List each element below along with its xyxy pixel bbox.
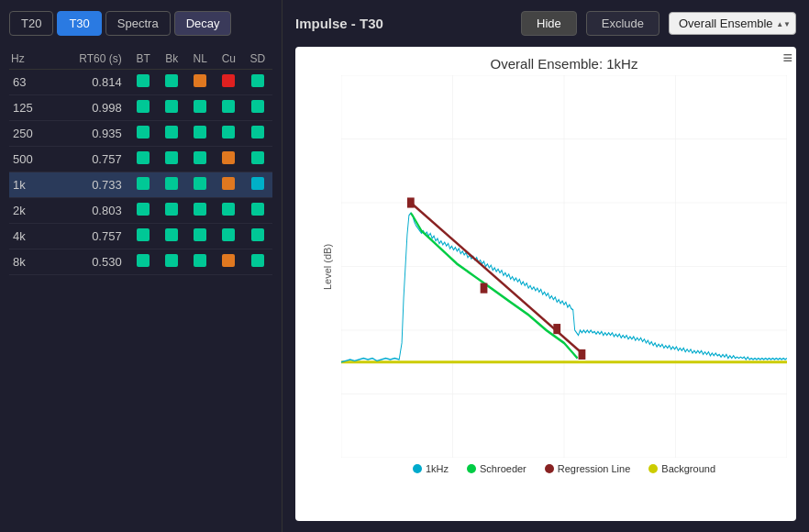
cell-hz: 250 <box>9 121 49 147</box>
svg-rect-28 <box>553 324 560 334</box>
cell-dot-2 <box>186 198 215 224</box>
cell-dot-4 <box>243 172 272 198</box>
dot-green-0 <box>137 100 150 113</box>
cell-dot-0 <box>129 147 158 172</box>
exclude-button[interactable]: Exclude <box>586 11 659 36</box>
table-row[interactable]: 1k0.733 <box>9 172 272 198</box>
dot-green-4 <box>251 100 264 113</box>
col-header-nl: NL <box>186 49 215 70</box>
dot-green-0 <box>137 126 150 139</box>
cell-rt60: 0.814 <box>49 70 129 95</box>
dot-green-0 <box>137 177 150 190</box>
cell-dot-3 <box>215 95 243 121</box>
dot-green-0 <box>137 74 150 87</box>
cell-rt60: 0.757 <box>49 224 129 249</box>
dot-green-4 <box>251 126 264 139</box>
cell-dot-3 <box>215 249 243 275</box>
dot-green-2 <box>194 254 206 267</box>
legend-label-schroeder: Schroeder <box>480 463 526 474</box>
cell-dot-2 <box>186 70 215 95</box>
dot-green-1 <box>165 228 178 241</box>
cell-rt60: 0.803 <box>49 198 129 224</box>
dot-green-4 <box>251 254 264 267</box>
cell-dot-4 <box>243 249 272 275</box>
cell-hz: 1k <box>9 172 49 198</box>
cell-dot-2 <box>186 121 215 147</box>
cell-hz: 4k <box>9 224 49 249</box>
cell-dot-3 <box>215 198 243 224</box>
col-header-hz: Hz <box>9 49 49 70</box>
left-panel: T20 T30 Spectra Decay Hz RT60 (s) BT Bk … <box>0 0 283 532</box>
tab-decay[interactable]: Decay <box>174 11 232 36</box>
dot-green-4 <box>251 151 264 164</box>
cell-dot-0 <box>129 249 158 275</box>
table-row[interactable]: 8k0.530 <box>9 249 272 275</box>
cell-dot-3 <box>215 172 243 198</box>
cell-dot-0 <box>129 172 158 198</box>
dot-green-2 <box>194 100 206 113</box>
col-header-bt: BT <box>129 49 158 70</box>
cell-dot-2 <box>186 172 215 198</box>
table-row[interactable]: 2k0.803 <box>9 198 272 224</box>
dot-green-4 <box>251 228 264 241</box>
cell-dot-0 <box>129 198 158 224</box>
table-row[interactable]: 630.814 <box>9 70 272 95</box>
cell-dot-3 <box>215 70 243 95</box>
legend-label-background: Background <box>661 463 715 474</box>
dot-green-1 <box>165 100 178 113</box>
tab-t20[interactable]: T20 <box>9 11 53 36</box>
col-header-rt60: RT60 (s) <box>49 49 129 70</box>
table-row[interactable]: 1250.998 <box>9 95 272 121</box>
table-row[interactable]: 5000.757 <box>9 147 272 172</box>
dot-green-2 <box>194 151 206 164</box>
cell-rt60: 0.935 <box>49 121 129 147</box>
legend-dot-regression <box>545 464 554 473</box>
dot-orange-3 <box>222 177 235 190</box>
dot-orange-3 <box>222 254 235 267</box>
y-axis-label: Level (dB) <box>322 243 333 289</box>
table-row[interactable]: 2500.935 <box>9 121 272 147</box>
svg-rect-26 <box>407 197 415 207</box>
cell-dot-2 <box>186 147 215 172</box>
cell-dot-0 <box>129 121 158 147</box>
dot-red-3 <box>222 74 235 87</box>
dot-orange-2 <box>194 74 206 87</box>
dot-green-3 <box>222 126 235 139</box>
ensemble-select-wrapper[interactable]: Overall Ensemble <box>669 12 796 35</box>
table-row[interactable]: 4k0.757 <box>9 224 272 249</box>
cell-dot-3 <box>215 147 243 172</box>
data-table: Hz RT60 (s) BT Bk NL Cu SD 630.8141250.9… <box>9 49 272 275</box>
hide-button[interactable]: Hide <box>521 11 577 36</box>
dot-green-0 <box>137 254 150 267</box>
dot-green-1 <box>165 151 178 164</box>
tab-t30[interactable]: T30 <box>57 11 101 36</box>
tab-spectra[interactable]: Spectra <box>105 11 171 36</box>
dot-green-2 <box>194 177 206 190</box>
cell-dot-2 <box>186 224 215 249</box>
svg-rect-27 <box>481 283 488 294</box>
cell-dot-2 <box>186 95 215 121</box>
dot-green-0 <box>137 228 150 241</box>
impulse-title: Impulse - T30 <box>295 16 512 31</box>
chart-menu-icon[interactable]: ≡ <box>782 49 792 68</box>
dot-green-0 <box>137 151 150 164</box>
cell-hz: 8k <box>9 249 49 275</box>
chart-area: Level (dB) 150 125 100 7 <box>341 75 787 458</box>
cell-hz: 2k <box>9 198 49 224</box>
dot-green-1 <box>165 203 178 216</box>
dot-green-2 <box>194 203 206 216</box>
cell-dot-4 <box>243 70 272 95</box>
cell-rt60: 0.733 <box>49 172 129 198</box>
ensemble-select[interactable]: Overall Ensemble <box>669 12 796 35</box>
cell-dot-1 <box>158 249 186 275</box>
dot-green-3 <box>222 203 235 216</box>
legend-dot-1khz <box>413 464 422 473</box>
cell-dot-4 <box>243 121 272 147</box>
right-panel: Impulse - T30 Hide Exclude Overall Ensem… <box>283 0 809 532</box>
dot-green-3 <box>222 100 235 113</box>
dot-green-0 <box>137 203 150 216</box>
cell-dot-4 <box>243 95 272 121</box>
dot-green-2 <box>194 126 206 139</box>
dot-green-1 <box>165 254 178 267</box>
cell-hz: 63 <box>9 70 49 95</box>
